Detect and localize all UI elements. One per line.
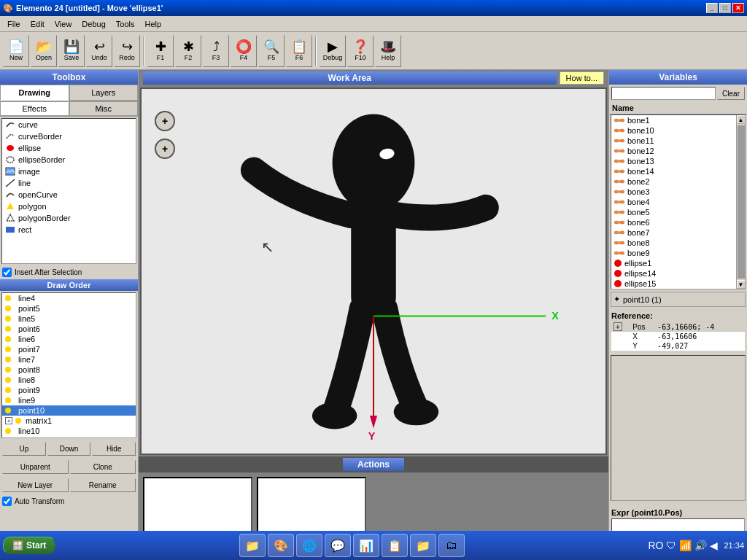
taskbar-app-7[interactable]: 📁 [410,534,436,557]
pos-expand-btn[interactable]: + [614,322,622,331]
start-button[interactable]: 🪟 Start [3,537,55,554]
draw-item-line10[interactable]: line10 [2,426,136,436]
var-bone2[interactable]: bone2 [611,176,736,187]
menu-view[interactable]: View [50,18,77,30]
draw-item-point7[interactable]: point7 [2,344,136,354]
help-button[interactable]: 🎩 Help [375,35,401,67]
new-layer-button[interactable]: New Layer [2,478,69,492]
clear-button[interactable]: Clear [717,87,745,100]
f5-button[interactable]: 🔍 F5 [258,35,285,67]
tab-drawing[interactable]: Drawing [0,85,69,101]
taskbar-app-5[interactable]: 📊 [353,534,379,557]
var-bone9[interactable]: bone9 [611,248,736,258]
tool-polygon[interactable]: polygon [2,201,136,212]
scrollbar-up[interactable]: ▲ [737,115,746,124]
var-bone11[interactable]: bone11 [611,136,736,146]
var-list[interactable]: bone1 bone10 bone11 bone12 bone13 [611,115,736,289]
f3-button[interactable]: ⤴ F3 [203,35,229,67]
tool-ellipseborder[interactable]: ellipseBorder [2,154,136,166]
draw-item-line4[interactable]: line4 [2,293,136,303]
draw-item-point5[interactable]: point5 [2,303,136,314]
tool-polygonborder[interactable]: polygonBorder [2,212,136,224]
maximize-button[interactable]: □ [719,3,731,13]
var-bone4[interactable]: bone4 [611,197,736,207]
menu-file[interactable]: File [3,18,25,30]
hide-button[interactable]: Hide [92,442,136,456]
undo-button[interactable]: ↩ Undo [86,35,112,67]
canvas-area[interactable]: + + X [140,88,607,455]
draw-item-point8[interactable]: point8 [2,365,136,375]
menu-tools[interactable]: Tools [112,18,139,30]
f4-button[interactable]: ⭕ F4 [231,35,257,67]
f1-button[interactable]: ✚ F1 [147,35,174,67]
tool-rect[interactable]: rect [2,224,136,236]
tool-image[interactable]: image [2,166,136,177]
up-button[interactable]: Up [2,442,46,456]
menu-help[interactable]: Help [140,18,166,30]
sub-tab-effects[interactable]: Effects [0,101,69,116]
tool-curveborder[interactable]: curveBorder [2,131,136,142]
var-bone12[interactable]: bone12 [611,146,736,156]
stick-figure-svg: X Y ↖ [142,89,605,454]
down-button[interactable]: Down [47,442,91,456]
clone-button[interactable]: Clone [70,460,136,474]
save-button[interactable]: 💾 Save [58,35,85,67]
var-bone8[interactable]: bone8 [611,238,736,248]
var-bone5[interactable]: bone5 [611,207,736,217]
unparent-button[interactable]: Unparent [2,460,69,474]
var-bone7[interactable]: bone7 [611,228,736,238]
var-ellipse14[interactable]: ellipse14 [611,268,736,279]
how-to-button[interactable]: How to... [560,71,604,85]
variables-search[interactable] [611,87,716,100]
f6-button[interactable]: 📋 F6 [286,35,312,67]
var-bone6[interactable]: bone6 [611,217,736,228]
scrollbar-thumb[interactable] [738,125,745,279]
draw-order-list[interactable]: line4 point5 line5 point6 line6 point7 [1,292,136,438]
menu-debug[interactable]: Debug [77,18,109,30]
f10-button[interactable]: ❓ F10 [347,35,374,67]
var-bone13[interactable]: bone13 [611,156,736,166]
taskbar-app-6[interactable]: 📋 [382,534,408,557]
tool-line[interactable]: line [2,177,136,189]
new-button[interactable]: 📄 New [3,35,29,67]
taskbar-app-4[interactable]: 💬 [325,534,351,557]
draw-item-line6[interactable]: line6 [2,334,136,344]
taskbar-app-8[interactable]: 🗂 [438,534,465,557]
debug-button[interactable]: ▶ Debug [320,35,346,67]
draw-item-line7[interactable]: line7 [2,354,136,365]
tool-curve[interactable]: curve [2,119,136,131]
open-button[interactable]: 📂 Open [31,35,57,67]
var-bone1[interactable]: bone1 [611,115,736,125]
draw-item-line8[interactable]: line8 [2,375,136,385]
draw-item-point6[interactable]: point6 [2,324,136,334]
draw-item-point10[interactable]: point10 [2,405,136,416]
var-list-scrollbar[interactable]: ▲ ▼ [736,115,745,289]
var-bone3[interactable]: bone3 [611,187,736,197]
var-ellipse15[interactable]: ellipse15 [611,279,736,289]
redo-button[interactable]: ↪ Redo [114,35,140,67]
draw-item-line5[interactable]: line5 [2,314,136,324]
insert-after-checkbox[interactable] [2,268,12,277]
tab-layers[interactable]: Layers [69,85,139,101]
var-bone14[interactable]: bone14 [611,166,736,176]
var-bone10[interactable]: bone10 [611,125,736,136]
draw-item-line9[interactable]: line9 [2,395,136,405]
taskbar-app-2[interactable]: 🎨 [268,534,294,557]
taskbar-app-3[interactable]: 🌐 [296,534,322,557]
tools-list[interactable]: curve curveBorder ellipse ellipseBorder … [1,118,136,264]
draw-item-point9[interactable]: point9 [2,385,136,395]
scrollbar-down[interactable]: ▼ [737,280,746,289]
sub-tab-misc[interactable]: Misc [69,101,139,116]
close-button[interactable]: ✕ [732,3,744,13]
minimize-button[interactable]: _ [706,3,718,13]
draw-item-point11[interactable]: point11 [2,436,136,438]
var-ellipse1[interactable]: ellipse1 [611,258,736,268]
draw-item-matrix1[interactable]: + matrix1 [2,416,136,426]
rename-button[interactable]: Rename [70,478,136,492]
tool-ellipse[interactable]: ellipse [2,142,136,154]
auto-transform-checkbox[interactable] [2,497,12,506]
menu-edit[interactable]: Edit [26,18,49,30]
f2-button[interactable]: ✱ F2 [175,35,201,67]
tool-opencurve[interactable]: openCurve [2,189,136,201]
taskbar-app-1[interactable]: 📁 [239,534,266,557]
